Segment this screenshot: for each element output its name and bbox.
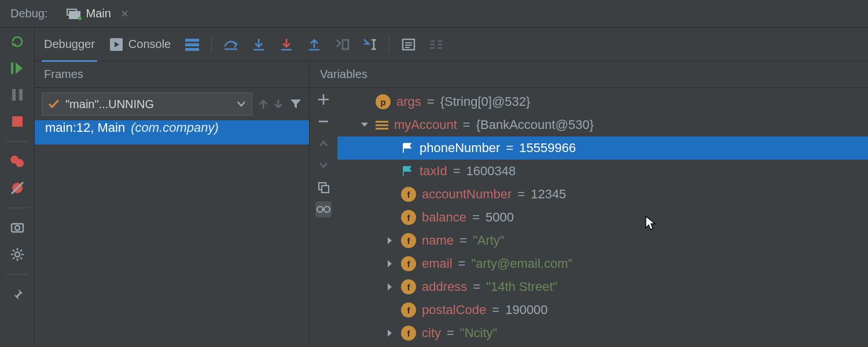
- variable-value: "Arty": [473, 233, 505, 248]
- variable-row[interactable]: femail = "arty@email.com": [337, 252, 868, 275]
- equals-sign: =: [506, 141, 513, 156]
- chevron-down-icon: [237, 101, 246, 108]
- filter-icon[interactable]: [289, 98, 302, 110]
- tab-debugger[interactable]: Debugger: [42, 28, 97, 61]
- run-config-tab[interactable]: Main ✕: [58, 0, 137, 28]
- rerun-icon[interactable]: [9, 34, 26, 50]
- variable-row[interactable]: taxId = 1600348: [337, 160, 868, 183]
- variable-row[interactable]: pargs = {String[0]@532}: [337, 90, 868, 113]
- variable-row[interactable]: fcity = "Ncity": [337, 322, 868, 345]
- frames-panel: "main"...UNNING main:12, Main (com.compa…: [35, 88, 310, 347]
- threads-view-icon[interactable]: [183, 36, 201, 53]
- step-over-icon[interactable]: [222, 36, 240, 53]
- svg-rect-2: [19, 89, 23, 101]
- settings-icon[interactable]: [9, 246, 26, 263]
- get-thread-dump-icon[interactable]: [9, 220, 26, 236]
- tab-debugger-label: Debugger: [44, 38, 95, 51]
- field-badge-icon: f: [401, 233, 416, 248]
- expand-toggle-icon[interactable]: [359, 121, 370, 128]
- variable-row[interactable]: fbalance = 5000: [337, 206, 868, 229]
- panels-header: Frames Variables: [35, 61, 868, 88]
- field-badge-icon: f: [401, 187, 416, 202]
- svg-rect-21: [185, 43, 199, 46]
- flag-icon: [401, 142, 414, 154]
- mute-breakpoints-icon[interactable]: [9, 180, 26, 196]
- svg-rect-30: [343, 40, 348, 49]
- svg-rect-1: [12, 89, 16, 101]
- param-badge-icon: p: [376, 94, 391, 109]
- drop-frame-icon[interactable]: [333, 36, 351, 53]
- svg-point-9: [15, 226, 20, 230]
- move-up-icon[interactable]: [315, 135, 332, 152]
- equals-sign: =: [463, 117, 470, 132]
- variable-value: {String[0]@532}: [440, 94, 531, 109]
- stop-icon[interactable]: [9, 113, 26, 130]
- evaluate-expression-icon[interactable]: [400, 36, 417, 53]
- remove-watch-icon[interactable]: [315, 113, 332, 130]
- equals-sign: =: [472, 210, 480, 225]
- step-out-icon[interactable]: [306, 36, 323, 53]
- variable-value: 190000: [505, 302, 547, 318]
- equals-sign: =: [459, 233, 467, 248]
- duplicate-watch-icon[interactable]: [315, 179, 332, 195]
- add-watch-icon[interactable]: [315, 91, 332, 108]
- variable-row[interactable]: faddress = "14th Street": [337, 275, 868, 298]
- variables-tree[interactable]: pargs = {String[0]@532}myAccount = {Bank…: [337, 88, 868, 347]
- stack-frame[interactable]: main:12, Main (com.company): [35, 120, 309, 145]
- variables-gutter: [310, 88, 337, 347]
- variable-row[interactable]: faccountNumber = 12345: [337, 183, 868, 206]
- tab-console[interactable]: Console: [108, 28, 173, 61]
- variables-header: Variables: [310, 61, 868, 88]
- trace-current-stream-chain-icon[interactable]: [428, 36, 445, 53]
- step-into-icon[interactable]: [250, 36, 267, 53]
- svg-rect-0: [11, 62, 13, 74]
- prev-frame-icon[interactable]: [258, 98, 269, 110]
- equals-sign: =: [447, 326, 454, 341]
- expand-toggle-icon[interactable]: [385, 260, 395, 268]
- svg-rect-22: [185, 48, 199, 51]
- expand-toggle-icon[interactable]: [385, 237, 395, 245]
- equals-sign: =: [492, 302, 499, 318]
- close-icon[interactable]: ✕: [120, 8, 129, 20]
- next-frame-icon[interactable]: [273, 98, 284, 110]
- view-breakpoints-icon[interactable]: [9, 153, 26, 169]
- debug-label: Debug:: [0, 7, 58, 20]
- force-step-into-icon[interactable]: [278, 36, 295, 53]
- separator: [6, 274, 29, 275]
- variable-value: "14th Street": [486, 279, 557, 294]
- field-badge-icon: f: [401, 279, 416, 294]
- move-down-icon[interactable]: [315, 157, 332, 174]
- run-config-title: Main: [86, 7, 111, 20]
- variable-row[interactable]: phoneNumber = 15559966: [337, 136, 868, 160]
- variable-value: 12345: [531, 187, 566, 202]
- frames-header: Frames: [35, 61, 310, 88]
- run-to-cursor-icon[interactable]: [361, 36, 378, 53]
- thread-selector[interactable]: "main"...UNNING: [42, 93, 252, 116]
- debug-top-bar: Debug: Main ✕: [0, 0, 868, 28]
- svg-point-10: [15, 252, 20, 257]
- show-watches-icon[interactable]: [315, 201, 332, 217]
- field-badge-icon: f: [401, 256, 416, 271]
- variable-name: accountNumber: [422, 187, 512, 202]
- variable-value: "arty@email.com": [471, 256, 572, 271]
- pause-icon[interactable]: [9, 87, 26, 103]
- svg-point-49: [317, 206, 323, 212]
- variable-row[interactable]: fpostalCode = 190000: [337, 298, 868, 322]
- variable-row[interactable]: fname = "Arty": [337, 229, 868, 252]
- variable-row[interactable]: myAccount = {BankAccount@530}: [337, 113, 868, 136]
- equals-sign: =: [473, 279, 480, 294]
- equals-sign: =: [427, 94, 435, 109]
- debug-run-toolbar: [0, 28, 35, 347]
- equals-sign: =: [453, 164, 461, 179]
- expand-toggle-icon[interactable]: [385, 329, 395, 337]
- field-badge-icon: f: [401, 210, 416, 225]
- pin-icon[interactable]: [9, 286, 26, 302]
- variable-value: {BankAccount@530}: [476, 117, 594, 132]
- run-config-icon: [67, 9, 80, 19]
- variable-name: myAccount: [394, 117, 457, 132]
- resume-icon[interactable]: [9, 60, 26, 76]
- svg-line-15: [13, 250, 14, 252]
- expand-toggle-icon[interactable]: [385, 283, 395, 291]
- variable-name: phoneNumber: [420, 141, 500, 156]
- variable-value: 1600348: [466, 164, 516, 179]
